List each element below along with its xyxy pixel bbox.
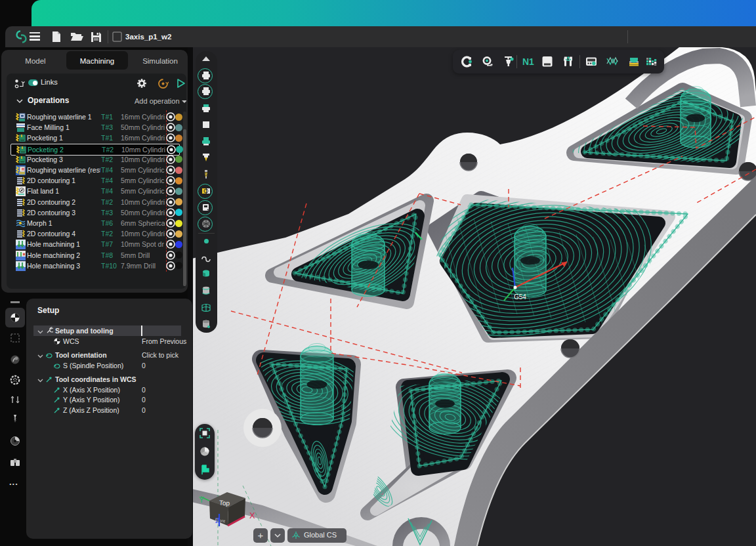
svg-text:G54: G54 — [514, 293, 526, 301]
svg-text:R: R — [22, 167, 25, 171]
svg-text:Y: Y — [199, 495, 204, 505]
svg-text:X: X — [249, 511, 255, 520]
svg-text:Z: Z — [215, 516, 220, 524]
svg-text:Top: Top — [219, 499, 230, 507]
